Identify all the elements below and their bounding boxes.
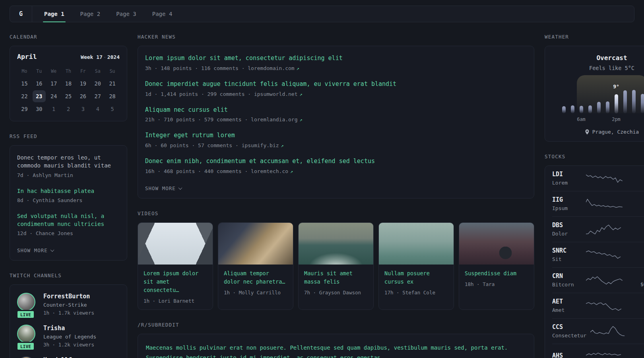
video-thumbnail[interactable] bbox=[218, 223, 293, 265]
chevron-down-icon bbox=[50, 248, 54, 252]
weather-bar bbox=[606, 101, 609, 113]
rss-show-more-button[interactable]: SHOW MORE bbox=[17, 247, 54, 253]
stock-row[interactable]: CRNBitcorn-1.00%$66,171.48 bbox=[552, 267, 644, 293]
stock-value-cell: +0.46% bbox=[628, 352, 644, 358]
twitch-channel-game: Counter-Strike bbox=[43, 302, 94, 308]
hackernews-show-more-button[interactable]: SHOW MORE bbox=[145, 185, 182, 191]
subreddit-post-title[interactable]: Maecenas mollis pulvinar erat non posuer… bbox=[146, 343, 526, 358]
twitch-channel-name[interactable]: KendallCarr bbox=[43, 356, 83, 358]
hn-item-title[interactable]: Integer eget rutrum lorem bbox=[145, 131, 527, 140]
video-thumbnail[interactable] bbox=[299, 223, 373, 265]
separator-dot: · bbox=[103, 54, 107, 60]
twitch-channel-name[interactable]: Trisha bbox=[43, 325, 96, 332]
avatar: LIVE bbox=[17, 293, 36, 316]
stock-row[interactable]: SNRCSit+1.36%$148.64 bbox=[552, 242, 644, 267]
stock-row[interactable]: AETAmet+0.92%$499.72 bbox=[552, 293, 644, 318]
stock-row[interactable]: LDILorem+4.35%$795.18 bbox=[552, 166, 644, 191]
rss-item: Donec tempor eros leo, ut commodo mauris… bbox=[17, 154, 120, 178]
right-column: WEATHER Overcast Feels like 5°C 9° 6am2p… bbox=[545, 34, 644, 358]
hn-item: Lorem ipsum dolor sit amet, consectetur … bbox=[145, 54, 527, 71]
tab-page-1[interactable]: Page 1 bbox=[39, 6, 70, 22]
twitch-channel[interactable]: KendallCarr bbox=[17, 356, 120, 358]
show-more-label: SHOW MORE bbox=[17, 247, 48, 253]
rss-item-meta: 12d · Chance Jones bbox=[17, 230, 120, 236]
stock-row[interactable]: CCSConsectetur+0.51%$165.84 bbox=[552, 318, 644, 344]
hn-item-meta: 6h · 60 points · 57 comments · ipsumify.… bbox=[145, 142, 527, 148]
video-card[interactable]: Aliquam tempor dolor nec pharetra…1h · M… bbox=[218, 222, 293, 310]
weather-bar bbox=[597, 102, 601, 113]
video-thumbnail[interactable] bbox=[459, 223, 534, 265]
hn-item-domain[interactable]: loremtech.co bbox=[251, 168, 288, 174]
rss-item-title[interactable]: Donec tempor eros leo, ut commodo mauris… bbox=[17, 154, 120, 170]
stock-row[interactable]: AHS+0.46% bbox=[552, 344, 644, 358]
hn-item-domain[interactable]: loremlandia.org bbox=[251, 117, 297, 123]
video-card-title[interactable]: Mauris sit amet massa felis bbox=[304, 269, 368, 286]
video-card[interactable]: Mauris sit amet massa felis7h · Grayson … bbox=[298, 222, 374, 310]
weather-title: WEATHER bbox=[545, 34, 644, 40]
hn-item-title[interactable]: Donec imperdiet augue tincidunt felis al… bbox=[145, 80, 527, 89]
weather-location: Prague, Czechia bbox=[545, 129, 644, 135]
stock-price: $165.84 bbox=[632, 332, 644, 338]
external-link-icon: ↗ bbox=[279, 143, 284, 148]
twitch-channel-info: ForrestBurtonCounter-Strike1h · 1.7k vie… bbox=[43, 293, 94, 316]
video-card-title[interactable]: Suspendisse diam bbox=[465, 269, 528, 278]
tab-bar-tabs: Page 1Page 2Page 3Page 4 bbox=[32, 6, 180, 22]
tab-page-3[interactable]: Page 3 bbox=[111, 6, 142, 22]
avatar bbox=[17, 356, 36, 358]
video-card-title[interactable]: Lorem ipsum dolor sit amet consectetu… bbox=[144, 269, 207, 294]
hn-item-title[interactable]: Aliquam nec cursus elit bbox=[145, 106, 527, 115]
video-card[interactable]: Nullam posuere cursus ex17h · Stefan Col… bbox=[378, 222, 454, 310]
rss-item-title[interactable]: Sed volutpat nulla nisl, a condimentum n… bbox=[17, 212, 120, 228]
video-thumbnail[interactable] bbox=[379, 223, 454, 265]
video-card-title[interactable]: Nullam posuere cursus ex bbox=[384, 269, 448, 286]
calendar-day: 27 bbox=[91, 90, 104, 102]
hackernews-card: Lorem ipsum dolor sit amet, consectetur … bbox=[138, 46, 534, 198]
stock-change: +0.46% bbox=[628, 352, 644, 358]
avatar-image[interactable] bbox=[17, 356, 35, 358]
hn-item-domain[interactable]: ipsumify.biz bbox=[242, 142, 279, 148]
stock-ticker: AET bbox=[552, 298, 582, 305]
tab-page-2[interactable]: Page 2 bbox=[75, 6, 106, 22]
stock-name: Lorem bbox=[552, 180, 582, 186]
hn-item-domain[interactable]: loremdomain.com bbox=[248, 65, 294, 71]
video-thumbnail[interactable] bbox=[138, 223, 213, 265]
rss-item: In hac habitasse platea8d · Cynthia Saun… bbox=[17, 187, 120, 203]
stock-row[interactable]: IIGIpsum+2.84%$42.04 bbox=[552, 191, 644, 216]
calendar-day: 15 bbox=[18, 78, 31, 90]
calendar-day: 17 bbox=[47, 78, 60, 90]
middle-column: HACKER NEWS Lorem ipsum dolor sit amet, … bbox=[138, 34, 534, 358]
hn-item-meta-text: 1d · 1,414 points · 299 comments · bbox=[145, 91, 254, 97]
calendar-day: 16 bbox=[33, 78, 46, 90]
hn-item-title[interactable]: Donec enim nibh, condimentum et accumsan… bbox=[145, 157, 527, 166]
twitch-channel-name[interactable]: ForrestBurton bbox=[43, 293, 94, 300]
avatar-image[interactable] bbox=[17, 325, 35, 343]
calendar-day: 28 bbox=[106, 90, 119, 102]
rss-widget: RSS FEED Donec tempor eros leo, ut commo… bbox=[10, 133, 127, 261]
video-card-title[interactable]: Aliquam tempor dolor nec pharetra… bbox=[224, 269, 287, 286]
video-card-body: Lorem ipsum dolor sit amet consectetu…1h… bbox=[138, 265, 213, 309]
weather-bar bbox=[580, 106, 583, 113]
external-link-icon: ↗ bbox=[298, 117, 303, 123]
calendar-day: 24 bbox=[47, 90, 60, 102]
rss-item-title[interactable]: In hac habitasse platea bbox=[17, 187, 120, 195]
avatar-image[interactable] bbox=[17, 293, 35, 311]
stock-value-cell: +2.84%$42.04 bbox=[628, 197, 644, 211]
stock-sparkline bbox=[590, 324, 628, 338]
hn-item-title[interactable]: Lorem ipsum dolor sit amet, consectetur … bbox=[145, 54, 527, 63]
tab-page-4[interactable]: Page 4 bbox=[147, 6, 178, 22]
chevron-down-icon bbox=[178, 186, 182, 190]
video-card[interactable]: Lorem ipsum dolor sit amet consectetu…1h… bbox=[138, 222, 213, 310]
stock-row[interactable]: DBSDolor+1.42%$156.28 bbox=[552, 216, 644, 242]
weather-bar bbox=[562, 106, 566, 113]
hn-item-domain[interactable]: ipsumworld.net bbox=[254, 91, 298, 97]
twitch-channel[interactable]: LIVETrishaLeague of Legends3h · 1.2k vie… bbox=[17, 325, 120, 348]
stock-change: +2.84% bbox=[628, 197, 644, 203]
weather-time-label: 2pm bbox=[612, 117, 621, 122]
video-card[interactable]: Suspendisse diam18h · Tara bbox=[459, 222, 534, 310]
stock-ticker: AHS bbox=[552, 352, 582, 358]
twitch-channel[interactable]: LIVEForrestBurtonCounter-Strike1h · 1.7k… bbox=[17, 293, 120, 316]
external-link-icon: ↗ bbox=[298, 91, 303, 97]
show-more-label: SHOW MORE bbox=[145, 185, 176, 191]
weather-bar bbox=[623, 90, 627, 113]
location-pin-icon bbox=[585, 129, 590, 135]
